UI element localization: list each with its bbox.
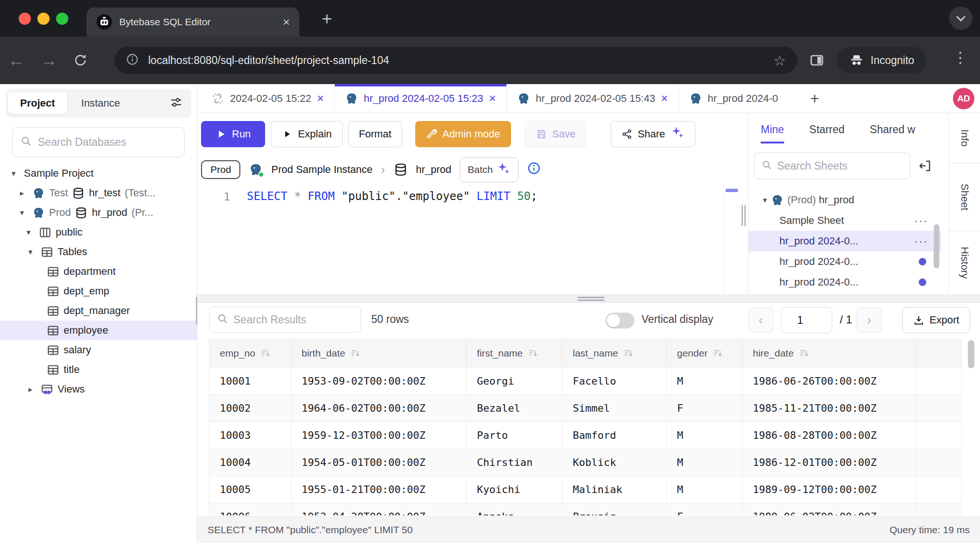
- close-icon[interactable]: ×: [489, 91, 496, 106]
- save-button[interactable]: Save: [525, 121, 586, 147]
- table-cell[interactable]: Facello: [562, 368, 667, 394]
- close-icon[interactable]: ×: [317, 91, 324, 106]
- url-text[interactable]: localhost:8080/sql-editor/sheet/project-…: [148, 54, 389, 67]
- tree-item-public[interactable]: ▾public: [0, 222, 197, 242]
- table-cell[interactable]: 1953-04-20T00:00:00Z: [291, 503, 467, 515]
- table-cell[interactable]: 10003: [209, 422, 291, 449]
- table-cell[interactable]: M: [667, 449, 742, 476]
- sheet-group[interactable]: ▾(Prod) hr_prod: [749, 190, 941, 210]
- table-cell[interactable]: Anneke: [467, 503, 562, 515]
- tab-info[interactable]: Info: [949, 113, 980, 164]
- info-icon[interactable]: [527, 161, 541, 178]
- tree-item-Views[interactable]: ▸Views: [0, 379, 197, 399]
- run-button[interactable]: Run: [201, 121, 265, 147]
- forward-button[interactable]: →: [33, 50, 65, 70]
- address-bar[interactable]: localhost:8080/sql-editor/sheet/project-…: [115, 47, 797, 74]
- table-cell[interactable]: 1985-11-21T00:00:00Z: [742, 395, 915, 422]
- editor-tab[interactable]: hr_prod 2024-02-05 15:23×: [335, 84, 507, 113]
- table-row[interactable]: 100061953-04-20T00:00:00ZAnnekePreusigF1…: [209, 503, 962, 515]
- table-cell[interactable]: 1954-05-01T00:00:00Z: [291, 449, 467, 476]
- table-row[interactable]: 100041954-05-01T00:00:00ZChirstianKoblic…: [209, 449, 962, 476]
- environment-badge[interactable]: Prod: [201, 160, 240, 179]
- new-tab-button[interactable]: +: [322, 12, 332, 25]
- tab-mine[interactable]: Mine: [761, 123, 784, 143]
- export-button[interactable]: Export: [902, 307, 970, 333]
- expander-right-icon[interactable]: ▸: [16, 188, 28, 198]
- expander-right-icon[interactable]: ▸: [24, 385, 36, 394]
- table-row[interactable]: 100011953-09-02T00:00:00ZGeorgiFacelloM1…: [209, 368, 962, 395]
- ai-sparkle-icon[interactable]: [670, 126, 685, 143]
- editor-tab[interactable]: 2024-02-05 15:22×: [201, 84, 335, 113]
- sql-code-line[interactable]: SELECT * FROM "public"."employee" LIMIT …: [247, 190, 537, 203]
- table-cell[interactable]: Kyoichi: [467, 476, 562, 503]
- tab-project[interactable]: Project: [8, 93, 67, 114]
- table-cell[interactable]: 1986-12-01T00:00:00Z: [742, 449, 915, 476]
- table-cell[interactable]: Simmel: [562, 395, 667, 422]
- table-cell[interactable]: M: [667, 368, 742, 394]
- table-cell[interactable]: 1989-09-12T00:00:00Z: [742, 476, 915, 503]
- tree-item-dept_manager[interactable]: dept_manager: [0, 301, 197, 321]
- column-header-emp_no[interactable]: emp_no: [209, 339, 291, 367]
- avatar[interactable]: AD: [953, 88, 974, 109]
- table-cell[interactable]: 1953-09-02T00:00:00Z: [291, 368, 467, 394]
- table-cell[interactable]: F: [667, 503, 742, 515]
- tab-shared[interactable]: Shared w: [870, 123, 915, 143]
- sliders-icon[interactable]: [169, 95, 183, 111]
- explain-button[interactable]: Explain: [271, 121, 342, 147]
- table-cell[interactable]: 1989-06-02T00:00:00Z: [742, 503, 915, 515]
- database-name[interactable]: hr_prod: [416, 164, 452, 176]
- page-number-input[interactable]: [781, 307, 832, 333]
- table-cell[interactable]: M: [667, 422, 742, 449]
- table-cell[interactable]: Bezalel: [467, 395, 562, 422]
- browser-menu-icon[interactable]: ⋮: [953, 49, 968, 66]
- sheets-scrollbar[interactable]: [934, 224, 939, 268]
- expander-down-icon[interactable]: ▾: [759, 195, 771, 205]
- table-cell[interactable]: 10005: [209, 476, 291, 503]
- sheet-item[interactable]: hr_prod 2024-0...···: [749, 231, 941, 251]
- expander-down-icon[interactable]: ▾: [24, 247, 36, 257]
- admin-mode-button[interactable]: Admin mode: [415, 121, 511, 147]
- tab-search-button[interactable]: [949, 7, 973, 30]
- results-divider[interactable]: [197, 294, 980, 303]
- search-sheets-input[interactable]: [777, 160, 903, 172]
- table-cell[interactable]: Maliniak: [562, 476, 667, 503]
- sort-icon[interactable]: [527, 348, 539, 359]
- tree-item-salary[interactable]: salary: [0, 340, 197, 360]
- sheets-search[interactable]: [754, 152, 910, 179]
- table-cell[interactable]: F: [667, 395, 742, 422]
- drag-handle-icon[interactable]: [577, 297, 605, 301]
- table-cell[interactable]: 10004: [209, 449, 291, 476]
- sheet-item[interactable]: hr_prod 2024-0...: [749, 272, 941, 293]
- column-header-birth_date[interactable]: birth_date: [291, 339, 467, 367]
- table-cell[interactable]: 10002: [209, 395, 291, 422]
- sort-icon[interactable]: [712, 348, 723, 359]
- table-cell[interactable]: 1986-08-28T00:00:00Z: [742, 422, 915, 449]
- editor-tab[interactable]: hr_prod 2024-0: [679, 84, 803, 113]
- table-row[interactable]: 100031959-12-03T00:00:00ZPartoBamfordM19…: [209, 422, 962, 449]
- editor-scrollbar[interactable]: [726, 189, 738, 192]
- expander-down-icon[interactable]: ▾: [7, 169, 20, 179]
- table-cell[interactable]: Chirstian: [467, 449, 562, 476]
- table-cell[interactable]: Bamford: [562, 422, 667, 449]
- traffic-zoom-button[interactable]: [56, 13, 68, 25]
- vertical-display-toggle[interactable]: [605, 313, 634, 329]
- reload-button[interactable]: [65, 53, 95, 67]
- add-sheet-tab-button[interactable]: +: [803, 89, 827, 107]
- sort-icon[interactable]: [799, 348, 810, 359]
- more-menu-icon[interactable]: ···: [914, 214, 928, 227]
- table-cell[interactable]: 10001: [209, 368, 291, 394]
- close-icon[interactable]: ×: [661, 91, 668, 106]
- more-menu-icon[interactable]: ···: [914, 235, 928, 248]
- table-cell[interactable]: Georgi: [467, 368, 562, 394]
- table-cell[interactable]: 1955-01-21T00:00:00Z: [291, 476, 467, 503]
- table-cell[interactable]: 1964-06-02T00:00:00Z: [291, 395, 467, 422]
- editor-tab[interactable]: hr_prod 2024-02-05 15:43×: [507, 84, 679, 113]
- table-cell[interactable]: Parto: [467, 422, 562, 449]
- tree-item-hr_prod[interactable]: ▾Prodhr_prod(Pr...: [0, 203, 197, 222]
- column-header-gender[interactable]: gender: [667, 339, 742, 367]
- column-header-first_name[interactable]: first_name: [467, 339, 562, 367]
- search-databases-input[interactable]: [38, 136, 177, 149]
- sheet-item[interactable]: Sample Sheet···: [749, 210, 941, 231]
- column-header-last_name[interactable]: last_name: [562, 339, 667, 367]
- table-cell[interactable]: 1986-06-26T00:00:00Z: [742, 368, 915, 394]
